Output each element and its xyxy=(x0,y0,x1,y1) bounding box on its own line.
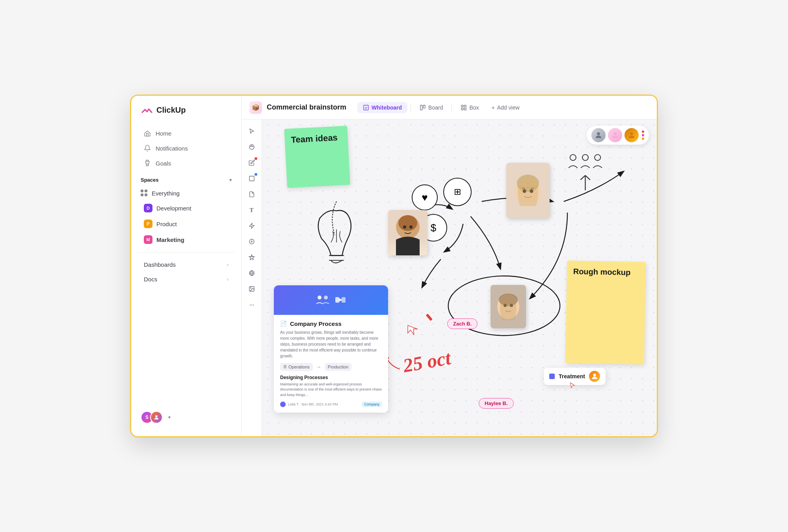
dashboards-arrow-icon: › xyxy=(227,262,229,268)
sidebar-item-dashboards[interactable]: Dashboards › xyxy=(134,257,238,272)
cursor-tool-icon xyxy=(249,128,255,134)
tab-board-label: Board xyxy=(428,104,443,111)
face-woman-ellipse xyxy=(491,285,526,328)
app-frame: ClickUp Home Notifications Goals xyxy=(130,95,658,437)
docs-label: Docs xyxy=(144,276,157,283)
doc-title: Commercial brainstorm xyxy=(267,103,346,112)
process-card-body: 📄 Company Process As your business grows… xyxy=(274,315,388,413)
canvas-area: T xyxy=(242,119,657,436)
sidebar-separator xyxy=(138,252,235,253)
treatment-label: Treatment xyxy=(559,373,585,379)
tab-box[interactable]: Box xyxy=(455,102,484,113)
pencil-tool-icon xyxy=(249,160,255,166)
svg-rect-3 xyxy=(420,105,422,110)
svg-point-12 xyxy=(253,146,253,147)
tool-more[interactable]: ··· xyxy=(245,298,259,312)
globe-tool-icon xyxy=(249,270,255,276)
svg-point-29 xyxy=(595,154,600,160)
sidebar-item-everything[interactable]: Everything xyxy=(131,186,241,200)
main-content: 📦 Commercial brainstorm Whiteboard xyxy=(242,96,657,436)
spaces-section-header[interactable]: Spaces ▾ xyxy=(131,171,241,186)
svg-point-51 xyxy=(324,296,328,299)
sidebar-item-home[interactable]: Home xyxy=(134,126,238,141)
add-view-button[interactable]: + Add view xyxy=(486,102,525,113)
sidebar-item-development[interactable]: D Development xyxy=(134,200,238,216)
collaborator-avatar-1 xyxy=(591,128,606,142)
svg-point-56 xyxy=(613,132,616,135)
svg-rect-2 xyxy=(364,105,368,110)
bottom-user-area[interactable]: S ▾ xyxy=(131,406,241,428)
tab-separator xyxy=(411,104,411,112)
canvas-toolbar: T xyxy=(242,119,262,436)
avatar-m xyxy=(150,411,163,424)
svg-rect-53 xyxy=(342,297,346,303)
svg-rect-4 xyxy=(423,105,425,108)
board-icon xyxy=(420,104,426,111)
sidebar-item-notifications[interactable]: Notifications xyxy=(134,141,238,156)
tool-lightning[interactable] xyxy=(245,219,259,233)
sidebar-item-marketing[interactable]: M Marketing xyxy=(134,232,238,247)
svg-point-10 xyxy=(250,146,251,147)
clickup-logo-icon xyxy=(141,104,153,116)
sticky-note-rough-mockup[interactable]: Rough mockup xyxy=(565,260,646,364)
collaborator-avatar-2 xyxy=(608,128,622,142)
face-man-svg xyxy=(388,210,427,255)
tool-square[interactable] xyxy=(245,171,259,186)
tool-globe[interactable] xyxy=(245,266,259,280)
more-tool-icon: ··· xyxy=(249,301,254,309)
tool-text[interactable]: T xyxy=(245,203,259,217)
status-dot-pink xyxy=(642,134,644,136)
status-dot-amber xyxy=(642,138,644,140)
process-flow: ☰ Operations → Production xyxy=(280,363,382,371)
pencil-active-dot xyxy=(255,157,257,160)
tool-share[interactable] xyxy=(245,234,259,249)
cursor-indicator xyxy=(569,382,576,389)
top-bar: 📦 Commercial brainstorm Whiteboard xyxy=(242,96,657,119)
svg-text:25 oct: 25 oct xyxy=(401,347,453,377)
whiteboard-canvas[interactable]: 25 oct xyxy=(262,119,657,436)
svg-point-37 xyxy=(398,215,417,231)
logo-area[interactable]: ClickUp xyxy=(131,104,241,126)
tab-board[interactable]: Board xyxy=(414,102,448,113)
svg-line-31 xyxy=(580,175,585,180)
tool-cursor[interactable] xyxy=(245,124,259,138)
face-woman-top-right-svg xyxy=(506,163,550,218)
process-illustration-people xyxy=(316,293,330,307)
trophy-icon xyxy=(144,160,151,167)
svg-rect-34 xyxy=(426,314,433,321)
tab-separator-2 xyxy=(452,104,452,112)
collaborator-avatars[interactable] xyxy=(587,126,649,145)
tool-note[interactable] xyxy=(245,187,259,201)
goals-label: Goals xyxy=(156,160,171,167)
collaborator-1-icon xyxy=(594,131,603,140)
process-card[interactable]: 📄 Company Process As your business grows… xyxy=(274,285,388,413)
tool-palette[interactable] xyxy=(245,140,259,154)
collaborator-3-icon xyxy=(627,131,636,140)
tab-box-label: Box xyxy=(469,104,479,111)
add-view-plus-icon: + xyxy=(492,104,495,111)
svg-line-32 xyxy=(585,175,590,180)
process-section-title: Designing Processes xyxy=(280,375,382,380)
sidebar-item-product[interactable]: P Product xyxy=(134,216,238,232)
face-woman-top-right xyxy=(506,163,550,218)
svg-point-55 xyxy=(597,132,600,135)
svg-point-23 xyxy=(250,288,251,288)
sticky-note-team-ideas[interactable]: Team ideas xyxy=(284,126,350,188)
marketing-label: Marketing xyxy=(156,236,184,243)
sidebar-item-goals[interactable]: Goals xyxy=(134,156,238,171)
process-section-text: Maintaining an accurate and well-organiz… xyxy=(280,382,382,398)
svg-point-38 xyxy=(403,225,406,229)
sidebar-item-docs[interactable]: Docs › xyxy=(134,272,238,286)
process-author: Leila T. Nov 8th, 2021 4:42 PM xyxy=(280,402,338,407)
tool-star-plus[interactable] xyxy=(245,250,259,264)
bubble-table: ⊞ xyxy=(443,178,472,206)
collaborator-2-icon xyxy=(611,131,619,140)
label-haylee-text: Haylee B. xyxy=(485,400,508,406)
process-illustration-flow xyxy=(335,294,346,306)
home-label: Home xyxy=(156,130,171,137)
svg-marker-35 xyxy=(406,326,418,335)
svg-rect-6 xyxy=(465,105,466,107)
tool-pencil[interactable] xyxy=(245,156,259,170)
tab-whiteboard[interactable]: Whiteboard xyxy=(357,102,407,113)
tool-image[interactable] xyxy=(245,282,259,296)
